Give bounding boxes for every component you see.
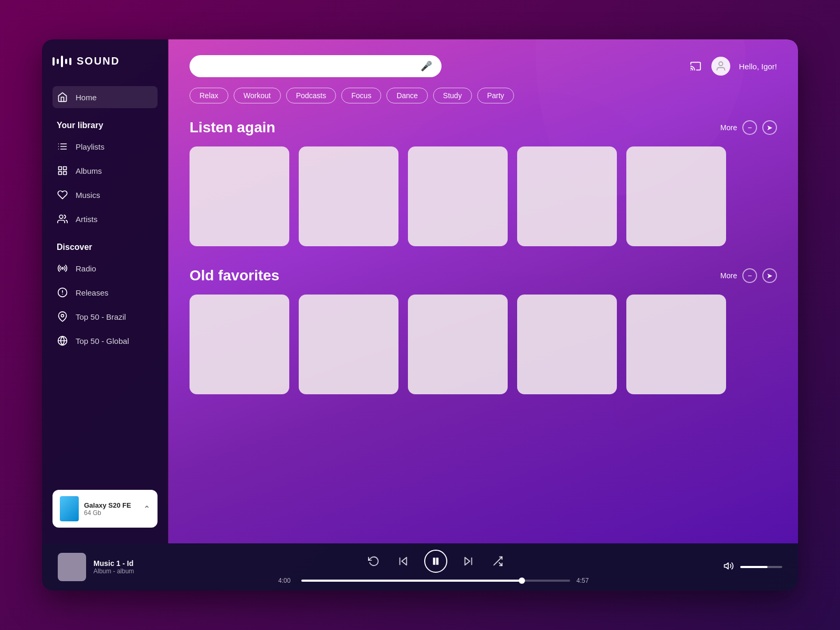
listen-again-more[interactable]: More <box>720 123 737 132</box>
device-image <box>60 496 79 521</box>
albums-icon <box>57 165 68 176</box>
volume-slider[interactable] <box>740 566 782 568</box>
album-card-1[interactable] <box>190 146 289 246</box>
logo-icon <box>52 56 71 67</box>
listen-again-title: Listen again <box>190 119 275 136</box>
content-scroll: 🎤 <box>169 39 798 543</box>
track-album: Album - album <box>93 568 134 575</box>
releases-icon <box>57 287 68 298</box>
album-card-6[interactable] <box>190 295 289 394</box>
volume-fill <box>740 566 768 568</box>
tag-workout[interactable]: Workout <box>234 88 281 103</box>
header-right: Hello, Igor! <box>688 57 777 76</box>
volume-icon <box>723 561 734 574</box>
sidebar-item-releases[interactable]: Releases <box>52 281 158 303</box>
svg-rect-9 <box>59 172 62 175</box>
section-controls-favorites: More − ➤ <box>720 268 777 283</box>
tag-focus[interactable]: Focus <box>341 88 381 103</box>
section-controls-listen: More − ➤ <box>720 120 777 135</box>
sidebar-top50brazil-label: Top 50 - Brazil <box>76 312 126 321</box>
sidebar-item-albums[interactable]: Albums <box>52 160 158 182</box>
device-size: 64 Gb <box>84 509 138 517</box>
album-card-9[interactable] <box>517 295 617 394</box>
progress-row: 4:00 4:57 <box>278 577 593 584</box>
progress-thumb <box>519 578 525 584</box>
tag-dance[interactable]: Dance <box>386 88 427 103</box>
main-content: 🎤 <box>169 39 798 543</box>
progress-fill <box>301 580 522 582</box>
logo-bar-3 <box>61 56 63 67</box>
listen-again-next[interactable]: ➤ <box>762 120 777 135</box>
user-avatar <box>711 57 730 76</box>
sidebar-artists-label: Artists <box>76 215 98 224</box>
album-card-5[interactable] <box>626 146 726 246</box>
sidebar-top50global-label: Top 50 - Global <box>76 337 129 345</box>
album-card-7[interactable] <box>299 295 398 394</box>
home-icon <box>57 91 68 103</box>
logo-text: SOUND <box>77 55 120 67</box>
player-album-thumb <box>58 553 86 581</box>
old-favorites-title: Old favorites <box>190 267 279 284</box>
track-name: Music 1 - Id <box>93 559 134 568</box>
player-controls <box>365 550 506 573</box>
sidebar-playlists-label: Playlists <box>76 142 104 151</box>
listen-again-prev[interactable]: − <box>742 120 757 135</box>
sidebar-item-artists[interactable]: Artists <box>52 208 158 230</box>
sidebar-item-top50global[interactable]: Top 50 - Global <box>52 330 158 352</box>
device-card[interactable]: Galaxy S20 FE 64 Gb ⌃ <box>52 490 158 528</box>
old-favorites-more[interactable]: More <box>720 271 737 280</box>
sidebar-albums-label: Albums <box>76 166 102 175</box>
tag-party[interactable]: Party <box>477 88 514 103</box>
sidebar-item-home[interactable]: Home <box>52 86 158 108</box>
listen-again-section: Listen again More − ➤ <box>190 119 777 246</box>
search-bar[interactable]: 🎤 <box>190 55 442 77</box>
globe-icon <box>57 335 68 346</box>
replay-button[interactable] <box>365 553 382 570</box>
progress-bar[interactable] <box>301 580 570 582</box>
now-playing: Music 1 - Id Album - album <box>58 553 173 581</box>
device-chevron-icon: ⌃ <box>143 504 150 514</box>
old-favorites-grid <box>190 295 777 394</box>
sidebar-home-label: Home <box>76 93 97 102</box>
logo-bar-4 <box>65 59 67 64</box>
old-favorites-header: Old favorites More − ➤ <box>190 267 777 284</box>
sidebar-item-playlists[interactable]: Playlists <box>52 135 158 158</box>
player-right <box>698 561 782 574</box>
svg-rect-6 <box>59 167 62 170</box>
album-card-10[interactable] <box>626 295 726 394</box>
microphone-icon[interactable]: 🎤 <box>421 60 432 72</box>
sidebar-radio-label: Radio <box>76 264 96 273</box>
device-info: Galaxy S20 FE 64 Gb <box>84 501 138 517</box>
album-card-4[interactable] <box>517 146 617 246</box>
sidebar-item-radio[interactable]: Radio <box>52 257 158 279</box>
tag-relax[interactable]: Relax <box>190 88 228 103</box>
previous-button[interactable] <box>395 553 412 570</box>
playlists-icon <box>57 141 68 152</box>
old-favorites-prev[interactable]: − <box>742 268 757 283</box>
sidebar-item-musics[interactable]: Musics <box>52 184 158 206</box>
shuffle-button[interactable] <box>489 553 506 570</box>
sidebar-item-top50brazil[interactable]: Top 50 - Brazil <box>52 306 158 328</box>
tag-podcasts[interactable]: Podcasts <box>286 88 337 103</box>
tag-study[interactable]: Study <box>433 88 472 103</box>
album-card-2[interactable] <box>299 146 398 246</box>
listen-again-header: Listen again More − ➤ <box>190 119 777 136</box>
radio-icon <box>57 262 68 274</box>
player-bar: Music 1 - Id Album - album <box>42 543 798 591</box>
cast-icon[interactable] <box>688 60 703 72</box>
time-total: 4:57 <box>576 577 593 584</box>
player-center: 4:00 4:57 <box>184 550 688 584</box>
search-input[interactable] <box>199 62 415 71</box>
logo-bar-2 <box>57 59 59 64</box>
svg-rect-23 <box>437 558 438 564</box>
musics-icon <box>57 189 68 201</box>
old-favorites-next[interactable]: ➤ <box>762 268 777 283</box>
sidebar: SOUND Home Your library <box>42 39 168 543</box>
pause-button[interactable] <box>424 550 447 573</box>
next-button[interactable] <box>460 553 477 570</box>
location-icon <box>57 311 68 322</box>
album-card-8[interactable] <box>408 295 508 394</box>
old-favorites-section: Old favorites More − ➤ <box>190 267 777 394</box>
album-card-3[interactable] <box>408 146 508 246</box>
sidebar-musics-label: Musics <box>76 191 100 200</box>
